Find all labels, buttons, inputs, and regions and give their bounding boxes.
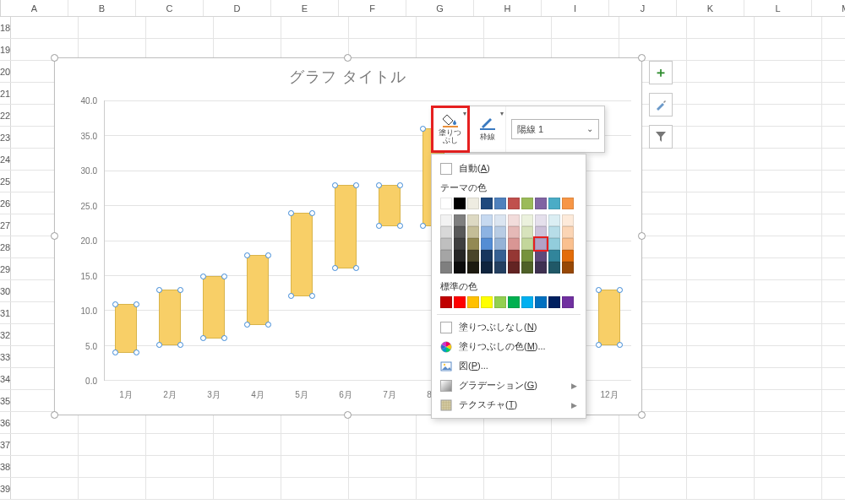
color-swatch[interactable] bbox=[535, 238, 547, 250]
cell[interactable] bbox=[349, 17, 417, 38]
color-swatch[interactable] bbox=[535, 262, 547, 274]
cell[interactable] bbox=[755, 390, 822, 411]
fill-texture[interactable]: テクスチャ(T) ▶ bbox=[432, 395, 586, 415]
cell[interactable] bbox=[484, 17, 552, 38]
cell[interactable] bbox=[755, 39, 822, 60]
row-header[interactable]: 18 bbox=[0, 17, 11, 38]
color-swatch[interactable] bbox=[562, 214, 574, 226]
cell[interactable] bbox=[349, 456, 417, 477]
row-header[interactable]: 34 bbox=[0, 368, 11, 389]
row-header[interactable]: 27 bbox=[0, 214, 11, 236]
cell[interactable] bbox=[822, 434, 845, 455]
resize-handle[interactable] bbox=[638, 54, 646, 62]
color-swatch[interactable] bbox=[481, 262, 493, 274]
cell[interactable] bbox=[687, 280, 755, 301]
column-header[interactable]: E bbox=[271, 0, 339, 16]
color-swatch[interactable] bbox=[535, 226, 547, 238]
data-bar[interactable] bbox=[115, 304, 137, 353]
cell[interactable] bbox=[822, 61, 845, 82]
cell[interactable] bbox=[822, 456, 845, 477]
cell[interactable] bbox=[687, 478, 755, 499]
cell[interactable] bbox=[484, 434, 552, 455]
color-swatch[interactable] bbox=[454, 214, 466, 226]
cell[interactable] bbox=[755, 149, 822, 170]
color-swatch[interactable] bbox=[481, 296, 493, 308]
data-point-handle[interactable] bbox=[134, 301, 139, 307]
chart-filter-button[interactable] bbox=[649, 125, 673, 149]
chart-title[interactable]: グラフ タイトル bbox=[55, 58, 641, 92]
color-swatch[interactable] bbox=[521, 226, 533, 238]
color-swatch[interactable] bbox=[508, 250, 520, 262]
resize-handle[interactable] bbox=[344, 54, 352, 62]
data-point-handle[interactable] bbox=[134, 350, 139, 355]
resize-handle[interactable] bbox=[51, 411, 58, 419]
color-swatch[interactable] bbox=[535, 198, 547, 209]
color-swatch[interactable] bbox=[440, 198, 452, 209]
color-swatch[interactable] bbox=[521, 198, 533, 209]
data-point-handle[interactable] bbox=[617, 287, 623, 293]
color-swatch[interactable] bbox=[521, 238, 533, 250]
color-swatch[interactable] bbox=[454, 226, 466, 238]
cell[interactable] bbox=[349, 478, 417, 499]
row-header[interactable]: 24 bbox=[0, 149, 11, 170]
data-point-handle[interactable] bbox=[221, 274, 227, 279]
cell[interactable] bbox=[687, 39, 755, 60]
color-swatch[interactable] bbox=[562, 250, 574, 262]
color-swatch[interactable] bbox=[535, 214, 547, 226]
data-point-handle[interactable] bbox=[177, 342, 183, 348]
color-swatch[interactable] bbox=[454, 262, 466, 274]
row-header[interactable]: 37 bbox=[0, 434, 11, 455]
cell[interactable] bbox=[11, 17, 79, 38]
fill-automatic[interactable]: 自動(A) bbox=[432, 159, 586, 178]
data-bar[interactable] bbox=[291, 213, 313, 297]
cell[interactable] bbox=[822, 105, 845, 126]
data-point-handle[interactable] bbox=[200, 335, 206, 341]
cell[interactable] bbox=[687, 302, 755, 323]
column-header[interactable]: L bbox=[744, 0, 812, 16]
cell[interactable] bbox=[822, 83, 845, 104]
color-swatch[interactable] bbox=[562, 226, 574, 238]
cell[interactable] bbox=[281, 456, 349, 477]
color-swatch[interactable] bbox=[440, 250, 452, 262]
cell[interactable] bbox=[11, 478, 79, 499]
cell[interactable] bbox=[214, 478, 281, 499]
color-swatch[interactable] bbox=[562, 296, 574, 308]
cell[interactable] bbox=[214, 434, 281, 455]
cell[interactable] bbox=[755, 456, 822, 477]
data-point-handle[interactable] bbox=[244, 252, 250, 258]
cell[interactable] bbox=[755, 434, 822, 455]
row-header[interactable]: 36 bbox=[0, 412, 11, 433]
data-point-handle[interactable] bbox=[420, 223, 426, 229]
cell[interactable] bbox=[822, 280, 845, 301]
color-swatch[interactable] bbox=[521, 262, 533, 274]
row-header[interactable]: 28 bbox=[0, 236, 11, 257]
color-swatch[interactable] bbox=[494, 238, 506, 250]
cell[interactable] bbox=[822, 17, 845, 38]
data-point-handle[interactable] bbox=[221, 335, 227, 341]
cell[interactable] bbox=[214, 456, 281, 477]
cell[interactable] bbox=[755, 214, 822, 236]
row-header[interactable]: 38 bbox=[0, 456, 11, 477]
data-point-handle[interactable] bbox=[353, 265, 359, 271]
cell[interactable] bbox=[755, 368, 822, 389]
color-swatch[interactable] bbox=[508, 238, 520, 250]
cell[interactable] bbox=[687, 83, 755, 104]
row-header[interactable]: 30 bbox=[0, 280, 11, 301]
data-point-handle[interactable] bbox=[596, 287, 602, 293]
color-swatch[interactable] bbox=[467, 296, 479, 308]
cell[interactable] bbox=[79, 434, 146, 455]
cell[interactable] bbox=[11, 456, 79, 477]
cell[interactable] bbox=[755, 280, 822, 301]
color-swatch[interactable] bbox=[508, 214, 520, 226]
cell[interactable] bbox=[822, 127, 845, 148]
cell[interactable] bbox=[214, 17, 281, 38]
column-header[interactable]: M bbox=[812, 0, 845, 16]
cell[interactable] bbox=[755, 127, 822, 148]
color-swatch[interactable] bbox=[508, 262, 520, 274]
data-point-handle[interactable] bbox=[397, 182, 403, 188]
cell[interactable] bbox=[417, 17, 484, 38]
color-swatch[interactable] bbox=[467, 238, 479, 250]
resize-handle[interactable] bbox=[344, 411, 352, 419]
cell[interactable] bbox=[822, 171, 845, 192]
row-header[interactable]: 32 bbox=[0, 324, 11, 345]
